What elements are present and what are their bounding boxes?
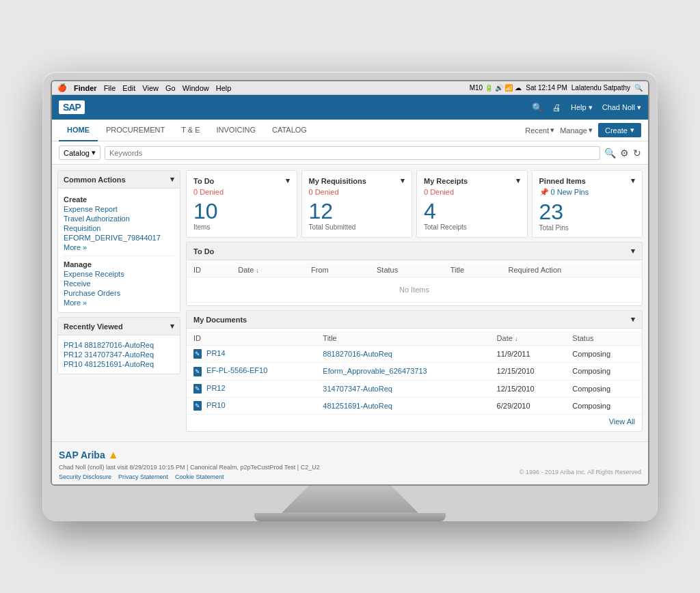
pinned-tile: Pinned Items ▾ 📌 0 New Pins 23 Total Pin…: [532, 170, 643, 238]
global-search-icon[interactable]: 🔍: [532, 102, 543, 113]
user-menu-button[interactable]: Chad Noll ▾: [602, 103, 641, 112]
doc-title-0[interactable]: 881827016-AutoReq: [316, 346, 489, 363]
doc-icon-2: ✎: [193, 384, 202, 394]
todo-section-collapse[interactable]: ▾: [631, 247, 635, 256]
recent-item-2[interactable]: PR10 481251691-AutoReq: [64, 360, 174, 368]
mac-search-icon[interactable]: 🔍: [634, 84, 643, 92]
footer-logo: SAP Ariba ▲: [59, 449, 641, 461]
documents-section: My Documents ▾ ID Title Date ↓: [186, 310, 643, 431]
doc-icon-0: ✎: [193, 349, 202, 359]
expense-receipts-link[interactable]: Expense Receipts: [64, 270, 174, 278]
print-icon[interactable]: 🖨: [552, 102, 561, 113]
pinned-tile-collapse[interactable]: ▾: [631, 176, 635, 185]
monitor-base: [254, 513, 446, 521]
travel-auth-link[interactable]: Travel Authorization: [64, 215, 174, 223]
receipts-tile-collapse[interactable]: ▾: [516, 176, 520, 185]
manage-button[interactable]: Manage ▾: [560, 126, 593, 135]
recent-button[interactable]: Recent ▾: [525, 126, 554, 135]
receipts-count: 4: [424, 200, 520, 222]
nav-item-te[interactable]: T & E: [173, 120, 208, 141]
todo-col-id: ID: [187, 263, 231, 277]
todo-col-title: Title: [444, 263, 502, 277]
cookie-statement-link[interactable]: Cookie Statement: [175, 473, 224, 480]
recently-viewed-header: Recently Viewed ▾: [58, 318, 180, 335]
view-menu[interactable]: View: [142, 84, 159, 92]
common-actions-collapse-icon[interactable]: ▾: [170, 175, 174, 184]
mac-menubar: 🍎 Finder File Edit View Go Window Help M…: [52, 81, 648, 95]
recently-viewed-body: PR14 881827016-AutoReq PR12 314707347-Au…: [58, 335, 180, 374]
doc-title-2[interactable]: 314707347-AutoReq: [316, 380, 489, 397]
edit-menu[interactable]: Edit: [122, 84, 135, 92]
table-row: No Items: [187, 277, 642, 303]
privacy-statement-link[interactable]: Privacy Statement: [118, 473, 168, 480]
doc-title-3[interactable]: 481251691-AutoReq: [316, 397, 489, 414]
doc-id-1[interactable]: ✎ EF-PL-5566-EF10: [187, 363, 316, 380]
doc-id-3[interactable]: ✎ PR10: [187, 397, 316, 414]
doc-id-0[interactable]: ✎ PR14: [187, 346, 316, 363]
todo-tile-collapse[interactable]: ▾: [286, 176, 290, 185]
manage-more-link[interactable]: More »: [64, 299, 174, 307]
nav-item-procurement[interactable]: PROCUREMENT: [98, 120, 173, 141]
doc-col-date[interactable]: Date ↓: [490, 331, 566, 346]
doc-status-1: Composing: [565, 363, 642, 380]
req-tile-collapse[interactable]: ▾: [401, 176, 405, 185]
documents-section-header: My Documents ▾: [187, 311, 642, 329]
finder-menu[interactable]: Finder: [74, 84, 97, 92]
eform-derive-link[interactable]: EFORM_DERIVE_79844017: [64, 234, 174, 242]
file-menu[interactable]: File: [104, 84, 116, 92]
help-button[interactable]: Help ▾: [571, 103, 593, 112]
main-content: Common Actions ▾ Create Expense Report T…: [52, 165, 648, 441]
todo-col-date[interactable]: Date ↓: [231, 263, 304, 277]
refresh-icon[interactable]: ↻: [633, 148, 641, 158]
documents-section-collapse[interactable]: ▾: [631, 315, 635, 324]
nav-item-invoicing[interactable]: INVOICING: [208, 120, 263, 141]
expense-report-link[interactable]: Expense Report: [64, 205, 174, 213]
settings-icon[interactable]: ⚙: [620, 148, 629, 158]
recently-viewed-collapse-icon[interactable]: ▾: [170, 322, 174, 331]
todo-section: To Do ▾ ID Date ↓ From Status: [186, 242, 643, 306]
mac-user: Lalatendu Satpathy: [571, 84, 630, 92]
nav-item-catalog[interactable]: CATALOG: [264, 120, 315, 141]
go-menu[interactable]: Go: [165, 84, 176, 92]
documents-table: ID Title Date ↓ Status ✎: [187, 331, 642, 414]
receive-link[interactable]: Receive: [64, 279, 174, 288]
top-bar: SAP 🔍 🖨 Help ▾ Chad Noll ▾: [52, 95, 648, 120]
purchase-orders-link[interactable]: Purchase Orders: [64, 289, 174, 297]
footer-brand: SAP Ariba: [59, 450, 105, 460]
nav-items: HOME PROCUREMENT T & E INVOICING CATALOG: [59, 120, 315, 141]
nav-item-home[interactable]: HOME: [59, 120, 98, 141]
view-all-link[interactable]: View All: [187, 415, 642, 428]
search-submit-icon[interactable]: 🔍: [604, 148, 616, 158]
common-actions-body: Create Expense Report Travel Authorizati…: [58, 189, 180, 312]
search-type-dropdown[interactable]: Catalog ▾: [59, 146, 100, 160]
create-button[interactable]: Create ▾: [598, 123, 641, 137]
common-actions-section: Common Actions ▾ Create Expense Report T…: [57, 170, 180, 313]
requisition-link[interactable]: Requisition: [64, 224, 174, 232]
recent-item-0[interactable]: PR14 881827016-AutoReq: [64, 341, 174, 349]
monitor-screen: 🍎 Finder File Edit View Go Window Help M…: [51, 80, 649, 485]
sap-logo: SAP: [59, 100, 85, 114]
table-row: ✎ PR14 881827016-AutoReq 11/9/2011 Compo…: [187, 346, 642, 363]
req-count: 12: [309, 200, 405, 222]
create-more-link[interactable]: More »: [64, 243, 174, 251]
window-menu[interactable]: Window: [183, 84, 209, 92]
create-group-label: Create: [64, 195, 174, 204]
help-menu[interactable]: Help: [216, 84, 232, 92]
recent-item-1[interactable]: PR12 314707347-AutoReq: [64, 350, 174, 359]
mac-time: Sat 12:14 PM: [526, 84, 567, 92]
doc-title-1[interactable]: Eform_Approvable_626473713: [316, 363, 489, 380]
doc-date-1: 12/15/2010: [490, 363, 566, 380]
ariba-triangle-icon: ▲: [108, 449, 119, 461]
sap-application: SAP 🔍 🖨 Help ▾ Chad Noll ▾: [52, 95, 648, 484]
todo-unit: Items: [193, 223, 290, 231]
pin-icon: 📌: [539, 188, 549, 196]
security-disclosure-link[interactable]: Security Disclosure: [59, 473, 111, 480]
footer-links: Security Disclosure Privacy Statement Co…: [59, 473, 224, 480]
doc-id-2[interactable]: ✎ PR12: [187, 380, 316, 397]
nav-right: Recent ▾ Manage ▾ Create ▾: [525, 123, 641, 137]
keyword-search-input[interactable]: [105, 146, 600, 160]
doc-icon-3: ✎: [193, 401, 202, 411]
doc-col-status: Status: [565, 331, 642, 346]
monitor: 🍎 Finder File Edit View Go Window Help M…: [42, 72, 658, 521]
apple-icon: 🍎: [57, 83, 67, 92]
